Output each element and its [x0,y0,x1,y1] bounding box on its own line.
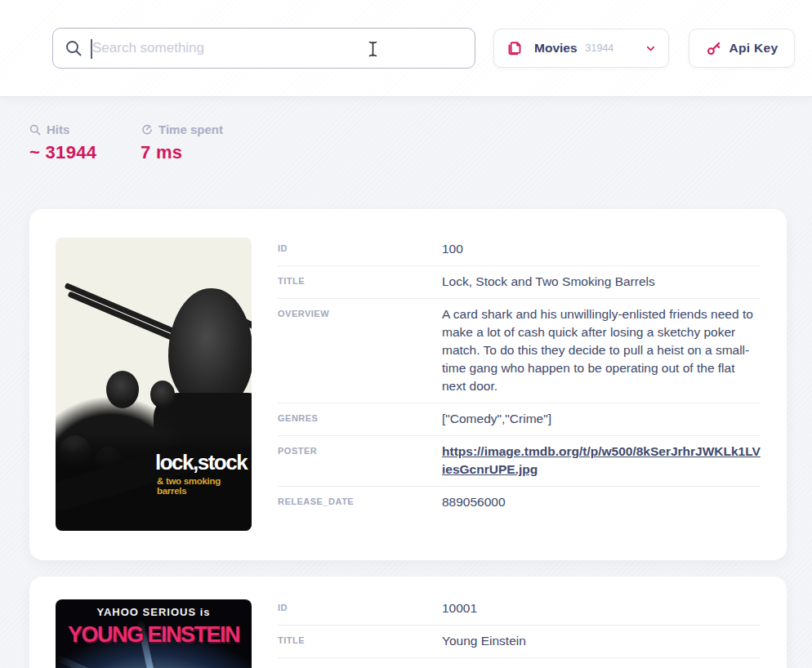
api-key-label: Api Key [729,41,779,56]
field-label: GENRES [278,410,442,428]
field-label: POSTER [278,443,442,479]
field-row-release-date: RELEASE_DATE 889056000 [278,487,761,519]
result-card-young-einstein: YAHOO SERIOUS is YOUNG EINSTEIN ID 10001… [29,577,787,668]
hits-stat: Hits ~ 31944 [29,122,103,163]
field-value: Lock, Stock and Two Smoking Barrels [442,273,761,291]
time-spent-stat: Time spent 7 ms [141,122,223,163]
field-label: OVERVIEW [278,665,442,668]
hits-value: ~ 31944 [29,142,103,163]
poster-title-text: YOUNG EINSTEIN [56,622,252,648]
field-row-title: TITLE Lock, Stock and Two Smoking Barrel… [278,266,761,299]
field-value: 100 [442,240,761,258]
movie-poster-young-einstein: YAHOO SERIOUS is YOUNG EINSTEIN [56,599,252,668]
document-fields: ID 10001 TITLE Young Einstein OVERVIEW A… [278,593,761,668]
field-row-id: ID 10001 [278,593,761,626]
field-row-id: ID 100 [278,234,761,266]
key-icon [706,40,722,56]
field-value: 10001 [442,599,761,617]
search-stats: Hits ~ 31944 Time spent 7 ms [29,122,223,163]
field-value: Albert Einstein, the son of a Tasmanian … [442,665,761,668]
field-row-title: TITLE Young Einstein [278,626,761,658]
field-label: RELEASE_DATE [278,493,442,511]
field-label: TITLE [278,273,442,291]
stopwatch-icon [141,123,153,136]
field-row-overview: OVERVIEW Albert Einstein, the son of a T… [278,658,761,668]
chevron-down-icon [645,42,657,55]
result-card-lock-stock: lock,stock & two smoking barrels ID 100 … [29,209,787,560]
index-name: Movies [534,41,578,56]
time-spent-label: Time spent [158,122,223,136]
header-bar: Movies 31944 Api Key [0,0,812,97]
search-input[interactable] [91,39,463,57]
movie-poster-lock-stock: lock,stock & two smoking barrels [56,238,252,531]
field-row-genres: GENRES ["Comedy","Crime"] [278,403,761,436]
text-caret [91,39,92,59]
api-key-button[interactable]: Api Key [689,29,795,68]
field-label: OVERVIEW [278,305,442,395]
search-icon [65,39,83,57]
poster-url-link[interactable]: https://image.tmdb.org/t/p/w500/8kSerJrh… [442,443,761,479]
field-value: ["Comedy","Crime"] [442,410,761,428]
field-label: ID [278,599,442,617]
document-fields: ID 100 TITLE Lock, Stock and Two Smoking… [278,234,761,519]
field-label: ID [278,240,442,258]
poster-billing-text: YAHOO SERIOUS is [56,606,252,618]
index-selector-dropdown[interactable]: Movies 31944 [493,29,669,68]
documents-icon [506,40,523,57]
poster-title-text: lock,stock [155,452,247,473]
search-box[interactable] [52,28,475,69]
field-label: TITLE [278,632,442,650]
field-row-overview: OVERVIEW A card shark and his unwillingl… [278,299,761,403]
poster-gun-barrel [65,283,180,336]
ibeam-mouse-cursor [368,41,378,57]
field-value: Young Einstein [442,632,761,650]
field-value: A card shark and his unwillingly-enliste… [442,305,761,395]
index-document-count: 31944 [586,42,614,54]
poster-gun-barrel [68,291,181,343]
time-spent-value: 7 ms [141,142,223,163]
field-value: 889056000 [442,493,761,511]
field-row-poster-url: POSTER https://image.tmdb.org/t/p/w500/8… [278,436,761,487]
hits-magnifier-icon [29,124,41,136]
hits-label: Hits [47,122,69,136]
poster-subtitle-text: & two smoking barrels [157,476,252,496]
